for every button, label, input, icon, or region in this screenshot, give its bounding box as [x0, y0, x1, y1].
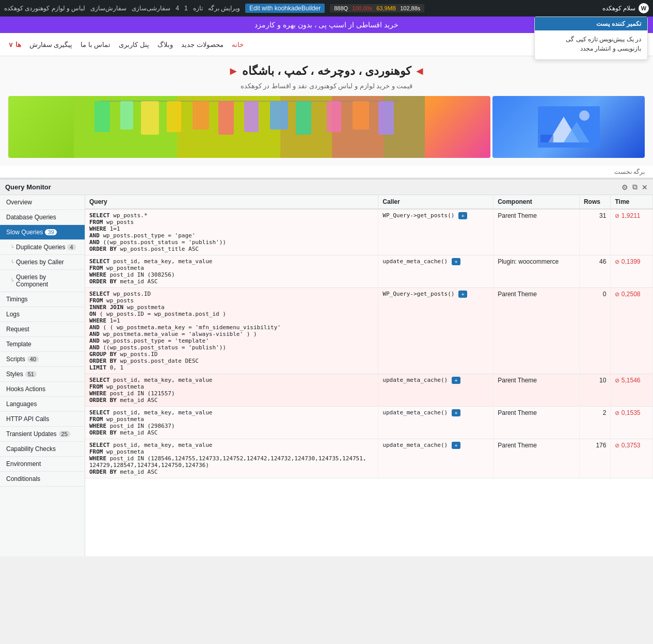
- caller-add-btn[interactable]: +: [458, 291, 467, 298]
- admin-cart-link[interactable]: 4: [176, 5, 179, 12]
- sidebar-item-queries-by-caller[interactable]: └Queries by Caller: [0, 255, 85, 270]
- warn-icon: ⊘: [615, 410, 619, 416]
- sidebar-item-label: Environment: [6, 460, 41, 468]
- caller-add-btn[interactable]: +: [452, 409, 460, 416]
- sub-indent-icon: └: [10, 278, 14, 284]
- edit-with-builder-btn[interactable]: Edit with koohkadeBuilder: [245, 4, 325, 13]
- queries-table: Query Caller Component Rows Time SELECT …: [85, 195, 653, 478]
- sidebar-item-label: Duplicate Queries: [16, 244, 65, 251]
- sidebar-item-template[interactable]: Template: [0, 337, 85, 352]
- sidebar-item-transient-updates[interactable]: Transient Updates25: [0, 427, 85, 442]
- nav-tracking[interactable]: پیگیری سفارش: [29, 41, 73, 49]
- caller-add-btn[interactable]: +: [452, 258, 460, 265]
- sidebar-item-label: Styles: [6, 371, 23, 378]
- sidebar-item-duplicate-queries[interactable]: └Duplicate Queries4: [0, 240, 85, 255]
- col-query: Query: [85, 195, 378, 209]
- hero-heading: ◄ کوهنوردی ، دوچرخه ، کمپ ، باشگاه ►: [8, 65, 645, 78]
- sidebar-item-conditionals[interactable]: Conditionals: [0, 472, 85, 487]
- admin-refresh-link[interactable]: تازه: [193, 5, 203, 12]
- time-cell-4: ⊘ 0,1535: [611, 407, 653, 439]
- admin-edit-link[interactable]: ویرایش برگه: [208, 5, 240, 12]
- sidebar-item-label: Hooks Actions: [6, 385, 45, 393]
- sidebar-item-label: Slow Queries: [6, 229, 43, 236]
- table-row: SELECT post_id, meta_key, meta_valueFROM…: [85, 407, 653, 439]
- qm-controls: ⚙ ⧉ ✕: [622, 183, 648, 191]
- table-header: Query Caller Component Rows Time: [85, 195, 653, 209]
- rows-cell-3: 10: [579, 374, 611, 407]
- query-cell-1: SELECT post_id, meta_key, meta_valueFROM…: [85, 255, 378, 288]
- qm-settings-btn[interactable]: ⚙: [622, 183, 628, 191]
- sidebar-item-request[interactable]: Request: [0, 322, 85, 337]
- admin-bar: W سلام کوهکده 102,88s 63,9MB 100,00s 888…: [0, 0, 653, 17]
- sidebar-item-styles[interactable]: Styles51: [0, 367, 85, 382]
- sidebar-item-timings[interactable]: Timings: [0, 292, 85, 307]
- table-row: SELECT post_id, meta_key, meta_valueFROM…: [85, 255, 653, 288]
- breadcrumb-text: برگه نخست: [614, 168, 645, 175]
- nav-new-products[interactable]: محصولات جدید: [181, 41, 224, 49]
- sidebar-item-slow-queries[interactable]: Slow Queries39: [0, 225, 85, 240]
- nav-account[interactable]: پنل کاربری: [119, 41, 149, 49]
- site-name[interactable]: سلام کوهکده: [602, 5, 635, 12]
- admin-site-link[interactable]: لباس و لوازم کوهنوردی کوهکده: [4, 5, 85, 12]
- svg-rect-16: [218, 101, 234, 135]
- nav-sale[interactable]: ها ∨: [8, 41, 21, 49]
- sidebar-item-label: Queries by Caller: [16, 259, 64, 266]
- sidebar-item-environment[interactable]: Environment: [0, 457, 85, 472]
- sidebar-item-languages[interactable]: Languages: [0, 397, 85, 412]
- sidebar-item-count: 40: [27, 356, 39, 362]
- qm-title: Query Monitor: [5, 183, 51, 191]
- query-cell-2: SELECT wp_posts.IDFROM wp_postsINNER JOI…: [85, 288, 378, 374]
- query-cell-3: SELECT post_id, meta_key, meta_valueFROM…: [85, 374, 378, 407]
- sidebar-item-capability-checks[interactable]: Capability Checks: [0, 442, 85, 457]
- qm-close-btn[interactable]: ✕: [642, 183, 648, 191]
- nav-contact[interactable]: تماس با ما: [81, 41, 110, 49]
- svg-rect-12: [120, 101, 133, 130]
- sidebar-item-queries-by-component[interactable]: └Queries by Component: [0, 270, 85, 292]
- time-cell-5: ⊘ 0,3753: [611, 439, 653, 478]
- sidebar-item-database-queries[interactable]: Database Queries: [0, 210, 85, 225]
- qm-expand-btn[interactable]: ⧉: [632, 183, 638, 191]
- caller-cell-5: update_meta_cache()+: [378, 439, 493, 478]
- component-cell-1: Plugin: woocommerce: [493, 255, 580, 288]
- sidebar-item-http-api-calls[interactable]: HTTP API Calls: [0, 412, 85, 427]
- caller-cell-4: update_meta_cache()+: [378, 407, 493, 439]
- nav-home[interactable]: خانه: [232, 41, 244, 49]
- caller-text: update_meta_cache(): [383, 258, 448, 265]
- qm-titlebar: Query Monitor ⚙ ⧉ ✕: [0, 180, 653, 195]
- table-row: SELECT wp_posts.IDFROM wp_postsINNER JOI…: [85, 288, 653, 374]
- notification-popup: تکمیر کننده پست در یک پیش‌نویس تازه کپی …: [534, 17, 648, 60]
- sidebar-item-overview[interactable]: Overview: [0, 195, 85, 210]
- sidebar-item-scripts[interactable]: Scripts40: [0, 352, 85, 367]
- admin-comments-link[interactable]: 1: [184, 5, 188, 12]
- performance-badge: 102,88s 63,9MB 100,00s 888Q: [330, 4, 424, 12]
- admin-customize-link[interactable]: سفارشی‌سازی: [132, 5, 170, 12]
- warn-icon: ⊘: [615, 259, 619, 265]
- svg-rect-19: [296, 101, 311, 135]
- admin-bar-left: W سلام کوهکده: [602, 3, 649, 13]
- caller-add-btn[interactable]: +: [452, 442, 460, 449]
- sidebar-item-logs[interactable]: Logs: [0, 307, 85, 322]
- warn-icon: ⊘: [615, 442, 619, 448]
- time-cell-1: ⊘ 0,1399: [611, 255, 653, 288]
- perf-memory: 63,9MB: [376, 5, 396, 11]
- nav-blog[interactable]: وبلاگ: [157, 41, 173, 49]
- component-cell-4: Parent Theme: [493, 407, 580, 439]
- sidebar-item-label: Timings: [6, 296, 28, 303]
- time-value: 0,1399: [622, 258, 641, 265]
- arrow-left: ►: [228, 65, 239, 77]
- query-cell-0: SELECT wp_posts.*FROM wp_postsWHERE 1=1A…: [85, 209, 378, 255]
- caller-add-btn[interactable]: +: [452, 377, 460, 384]
- admin-orders-link[interactable]: سفارش‌سازی: [90, 5, 126, 12]
- component-cell-2: Parent Theme: [493, 288, 580, 374]
- sidebar-item-count: 25: [59, 431, 70, 437]
- caller-add-btn[interactable]: +: [458, 212, 467, 219]
- hero-images: [8, 96, 645, 158]
- time-value: 1,9211: [622, 212, 641, 219]
- hero-subtitle: قیمت و خرید لوازم و لباس کوهنوردی نقد و …: [8, 82, 645, 90]
- svg-rect-18: [270, 101, 288, 130]
- col-caller: Caller: [378, 195, 493, 209]
- sidebar-item-hooks-actions[interactable]: Hooks Actions: [0, 382, 85, 397]
- perf-queries: 888Q: [334, 5, 348, 11]
- sidebar-item-count: 4: [67, 244, 75, 250]
- time-value: 5,1546: [622, 377, 641, 384]
